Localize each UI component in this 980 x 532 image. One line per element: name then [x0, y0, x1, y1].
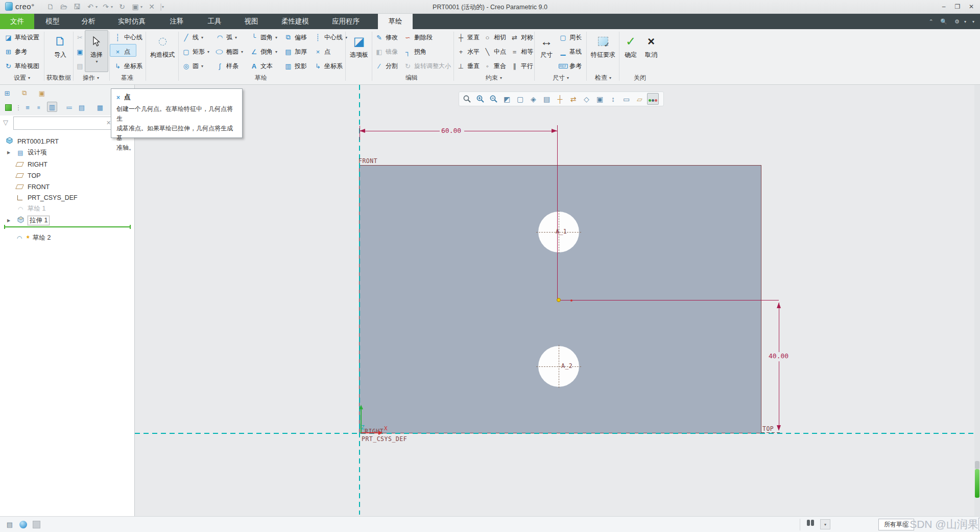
line-button[interactable]: ╱ 线▾: [182, 32, 203, 43]
minimize-ribbon-icon[interactable]: ⌃: [926, 17, 936, 26]
project-button[interactable]: ▥ 投影: [284, 60, 307, 72]
vertical-constraint-button[interactable]: ┼ 竖直: [457, 32, 480, 43]
tree-structure-icon[interactable]: ⊞: [2, 88, 12, 98]
perpendicular-constraint-button[interactable]: ⊥ 垂直: [457, 60, 480, 72]
point-button-active[interactable]: × 点: [113, 46, 130, 57]
top-datum-label[interactable]: TOP: [762, 425, 774, 432]
coordinate-system-button[interactable]: ↳ 坐标系: [113, 60, 142, 72]
insertion-locator[interactable]: [4, 226, 131, 227]
window-status-icon[interactable]: [31, 519, 42, 529]
spin-center-icon[interactable]: ◇: [581, 93, 592, 105]
tab-applications[interactable]: 应用程序: [329, 14, 362, 29]
tab-view[interactable]: 视图: [241, 14, 261, 29]
find-dropdown-icon[interactable]: ▾: [820, 519, 830, 529]
front-datum-label[interactable]: FRONT: [358, 157, 377, 165]
import-button[interactable]: 🗋 导入: [49, 31, 72, 59]
tab-model[interactable]: 模型: [42, 14, 63, 29]
annotation-display-icon[interactable]: ⇄: [567, 93, 579, 105]
open-file-icon[interactable]: 🗁: [58, 2, 69, 12]
repaint-icon[interactable]: ◩: [501, 93, 513, 105]
sketch-view-button[interactable]: ↻ 草绘视图: [4, 60, 39, 72]
view-orientation-icon[interactable]: ▣: [594, 93, 606, 105]
right-datum-dashed-line[interactable]: [359, 85, 360, 515]
tangent-constraint-button[interactable]: ○ 相切: [483, 32, 506, 43]
scrollbar-thumb[interactable]: [975, 469, 979, 498]
new-file-icon[interactable]: 🗋: [45, 2, 56, 12]
feature-requirements-button[interactable]: 特征要求: [588, 31, 618, 59]
axis-a2-label[interactable]: A_2: [561, 362, 572, 369]
symmetric-constraint-button[interactable]: ⇄ 对称: [510, 32, 533, 43]
tree-row-sketch2[interactable]: ◠ * 草绘 2: [0, 233, 134, 243]
group-label-operations[interactable]: 操作▾: [78, 74, 104, 82]
modify-button[interactable]: ✎ 修改: [375, 32, 398, 43]
group-label-settings[interactable]: 设置▾: [9, 74, 35, 82]
zoom-in-icon[interactable]: [474, 93, 486, 105]
clear-filter-icon[interactable]: ✕: [106, 120, 111, 126]
construction-centerline-button[interactable]: ┊ 中心线▾: [314, 32, 347, 43]
parallel-constraint-button[interactable]: ∥ 平行: [510, 60, 533, 72]
toggle-model-tree-icon[interactable]: ▤: [4, 519, 15, 529]
collapse-all-icon[interactable]: ≡: [34, 102, 44, 112]
expand-arrow-icon[interactable]: ▶: [7, 218, 10, 223]
maximize-button[interactable]: ❐: [951, 2, 964, 11]
tree-search-input[interactable]: [13, 117, 115, 130]
dim60-line-left[interactable]: [360, 131, 441, 131]
undo-dropdown-icon[interactable]: ▾: [94, 2, 99, 12]
thicken-button[interactable]: ▤ 加厚: [284, 46, 307, 57]
cascade-tree-icon[interactable]: ⧉: [19, 88, 30, 98]
construction-mode-button[interactable]: 构造模式: [148, 31, 177, 59]
text-button[interactable]: A 文本: [250, 60, 273, 72]
tree-row-right-plane[interactable]: RIGHT: [0, 159, 134, 170]
group-label-constrain[interactable]: 约束▾: [481, 74, 507, 82]
minimize-button[interactable]: –: [938, 2, 950, 11]
save-icon[interactable]: 🖫: [71, 2, 83, 12]
ellipse-button[interactable]: ◯ 椭圆▾: [216, 46, 243, 57]
tree-row-top-plane[interactable]: TOP: [0, 170, 134, 181]
search-icon[interactable]: 🔍: [939, 17, 949, 26]
scrollbar-thumb-cap[interactable]: [975, 461, 979, 469]
construction-point-button[interactable]: × 点: [314, 46, 330, 57]
offset-button[interactable]: ⧉ 偏移: [284, 32, 307, 43]
tree-row-sketch1-suppressed[interactable]: ◠ 草绘 1: [0, 203, 134, 214]
top-datum-dashed-line[interactable]: [135, 433, 980, 434]
horizontal-constraint-button[interactable]: + 水平: [457, 46, 480, 57]
dim-height-value[interactable]: 40.00: [767, 352, 790, 360]
sketch-display-icon[interactable]: ▱: [634, 93, 646, 105]
dim40-line-top[interactable]: [779, 303, 779, 352]
tree-filter-icon[interactable]: ≔: [64, 102, 75, 112]
perimeter-button[interactable]: ▢ 周长: [559, 32, 582, 43]
group-label-inspect[interactable]: 检查▾: [591, 74, 615, 82]
dim-display-icon[interactable]: ↕: [607, 93, 619, 105]
dim-width-value[interactable]: 60.00: [440, 127, 463, 134]
vertical-scrollbar[interactable]: [974, 85, 980, 516]
spline-button[interactable]: ∫ 样条: [216, 60, 238, 72]
shading-display-icon[interactable]: ▢: [514, 93, 526, 105]
tab-flexible-modeling[interactable]: 柔性建模: [279, 14, 312, 29]
arc-button[interactable]: ◠ 弧▾: [216, 32, 237, 43]
tab-live-simulation[interactable]: 实时仿真: [115, 14, 148, 29]
expand-all-icon[interactable]: ≡: [22, 102, 33, 112]
corner-button[interactable]: ┐ 拐角: [403, 46, 426, 57]
tab-annotate[interactable]: 注释: [166, 14, 187, 29]
graphics-canvas[interactable]: A_1 A_2 60.00 40.00 FRONT TOP RIGHT PRT_…: [135, 85, 980, 516]
divide-button[interactable]: ∕ 分割: [375, 60, 398, 72]
tree-row-extrude1-selected[interactable]: ▶ 拉伸 1: [0, 215, 134, 226]
tree-row-csys[interactable]: PRT_CSYS_DEF: [0, 192, 134, 203]
chamfer-button[interactable]: ∠ 倒角▾: [250, 46, 277, 57]
folder-browser-icon[interactable]: ▣: [37, 88, 47, 98]
regenerate-icon[interactable]: ↻: [116, 2, 128, 12]
fillet-button[interactable]: ╰ 圆角▾: [250, 32, 277, 43]
saved-views-icon[interactable]: ▤: [541, 93, 553, 105]
delete-segment-button[interactable]: ∽ 删除段: [403, 32, 433, 43]
windows-dropdown-icon[interactable]: ▾: [139, 2, 144, 12]
redo-dropdown-icon[interactable]: ▾: [109, 2, 114, 12]
csys-label[interactable]: PRT_CSYS_DEF: [362, 435, 407, 443]
coincident-constraint-button[interactable]: ◦ 重合: [483, 60, 506, 72]
tree-columns-icon[interactable]: ▥: [47, 102, 57, 112]
tab-sketch-active[interactable]: 草绘: [378, 14, 413, 29]
baseline-button[interactable]: ▁ 基线: [559, 46, 582, 57]
tree-row-design-items[interactable]: ▶ ▤ 设计项: [0, 147, 134, 158]
more-dropdown-icon[interactable]: ▾: [968, 17, 978, 26]
datum-display-icon[interactable]: ┼: [554, 93, 566, 105]
equal-constraint-button[interactable]: = 相等: [510, 46, 533, 57]
